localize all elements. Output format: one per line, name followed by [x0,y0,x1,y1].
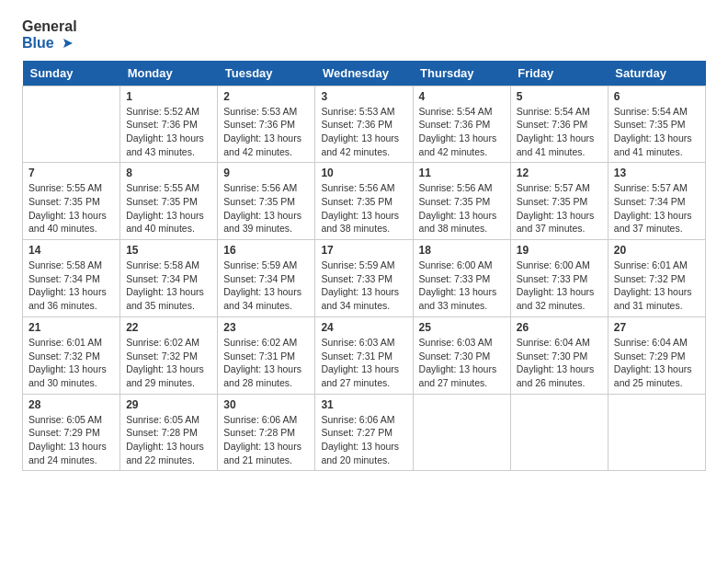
calendar-cell: 11Sunrise: 5:56 AM Sunset: 7:35 PM Dayli… [413,163,510,240]
logo: General Blue [22,18,77,52]
day-info: Sunrise: 5:57 AM Sunset: 7:35 PM Dayligh… [517,181,602,236]
calendar-cell: 4Sunrise: 5:54 AM Sunset: 7:36 PM Daylig… [413,86,510,163]
day-number: 15 [126,244,211,257]
day-info: Sunrise: 6:04 AM Sunset: 7:30 PM Dayligh… [517,336,602,390]
day-info: Sunrise: 5:59 AM Sunset: 7:34 PM Dayligh… [223,259,309,313]
calendar-cell: 6Sunrise: 5:54 AM Sunset: 7:35 PM Daylig… [608,86,705,163]
logo-blue: Blue [22,35,77,52]
day-number: 3 [321,90,406,103]
calendar-cell: 1Sunrise: 5:52 AM Sunset: 7:36 PM Daylig… [120,86,218,163]
day-number: 30 [223,398,309,411]
day-number: 28 [28,398,114,411]
day-info: Sunrise: 5:54 AM Sunset: 7:36 PM Dayligh… [419,105,505,159]
column-header-wednesday: Wednesday [315,61,413,86]
calendar-cell: 16Sunrise: 5:59 AM Sunset: 7:34 PM Dayli… [218,240,315,317]
calendar-cell: 18Sunrise: 6:00 AM Sunset: 7:33 PM Dayli… [413,240,510,317]
calendar-week-row: 14Sunrise: 5:58 AM Sunset: 7:34 PM Dayli… [23,240,706,317]
column-header-thursday: Thursday [413,61,510,86]
calendar-cell: 19Sunrise: 6:00 AM Sunset: 7:33 PM Dayli… [510,240,608,317]
calendar-cell: 27Sunrise: 6:04 AM Sunset: 7:29 PM Dayli… [608,316,705,394]
calendar-cell: 23Sunrise: 6:02 AM Sunset: 7:31 PM Dayli… [218,316,315,394]
calendar-cell: 29Sunrise: 6:05 AM Sunset: 7:28 PM Dayli… [120,394,218,471]
day-number: 29 [126,398,211,411]
calendar-cell: 17Sunrise: 5:59 AM Sunset: 7:33 PM Dayli… [315,240,413,317]
day-number: 20 [614,244,700,257]
day-info: Sunrise: 6:02 AM Sunset: 7:32 PM Dayligh… [126,336,211,390]
day-info: Sunrise: 5:56 AM Sunset: 7:35 PM Dayligh… [321,181,406,236]
calendar-week-row: 7Sunrise: 5:55 AM Sunset: 7:35 PM Daylig… [23,163,706,240]
day-number: 4 [419,90,505,103]
day-number: 2 [223,90,309,103]
day-info: Sunrise: 5:59 AM Sunset: 7:33 PM Dayligh… [321,259,406,313]
calendar-table: SundayMondayTuesdayWednesdayThursdayFrid… [22,61,706,472]
day-number: 11 [419,167,505,179]
day-info: Sunrise: 6:05 AM Sunset: 7:29 PM Dayligh… [28,413,114,467]
calendar-cell [608,394,705,471]
day-number: 16 [223,244,309,257]
page-header: General Blue [22,18,706,52]
calendar-cell: 20Sunrise: 6:01 AM Sunset: 7:32 PM Dayli… [608,240,705,317]
day-number: 26 [517,321,602,334]
day-info: Sunrise: 5:54 AM Sunset: 7:36 PM Dayligh… [517,105,602,159]
day-number: 9 [223,167,309,179]
calendar-week-row: 21Sunrise: 6:01 AM Sunset: 7:32 PM Dayli… [23,316,706,394]
day-info: Sunrise: 5:53 AM Sunset: 7:36 PM Dayligh… [223,105,309,159]
calendar-cell [23,86,120,163]
day-number: 8 [126,167,211,179]
column-header-friday: Friday [510,61,608,86]
day-info: Sunrise: 6:02 AM Sunset: 7:31 PM Dayligh… [223,336,309,390]
calendar-cell: 30Sunrise: 6:06 AM Sunset: 7:28 PM Dayli… [218,394,315,471]
column-header-tuesday: Tuesday [218,61,315,86]
day-number: 7 [28,167,114,179]
calendar-cell: 22Sunrise: 6:02 AM Sunset: 7:32 PM Dayli… [120,316,218,394]
calendar-cell [510,394,608,471]
column-header-monday: Monday [120,61,218,86]
day-number: 24 [321,321,406,334]
calendar-cell: 5Sunrise: 5:54 AM Sunset: 7:36 PM Daylig… [510,86,608,163]
calendar-cell: 7Sunrise: 5:55 AM Sunset: 7:35 PM Daylig… [23,163,120,240]
day-info: Sunrise: 6:01 AM Sunset: 7:32 PM Dayligh… [28,336,114,390]
svg-marker-0 [63,39,73,48]
logo-general: General [22,18,77,35]
day-info: Sunrise: 5:53 AM Sunset: 7:36 PM Dayligh… [321,105,406,159]
day-number: 22 [126,321,211,334]
day-info: Sunrise: 5:58 AM Sunset: 7:34 PM Dayligh… [28,259,114,313]
calendar-cell: 28Sunrise: 6:05 AM Sunset: 7:29 PM Dayli… [23,394,120,471]
calendar-week-row: 28Sunrise: 6:05 AM Sunset: 7:29 PM Dayli… [23,394,706,471]
calendar-cell: 3Sunrise: 5:53 AM Sunset: 7:36 PM Daylig… [315,86,413,163]
calendar-cell: 14Sunrise: 5:58 AM Sunset: 7:34 PM Dayli… [23,240,120,317]
day-info: Sunrise: 5:56 AM Sunset: 7:35 PM Dayligh… [419,181,505,236]
day-number: 13 [614,167,700,179]
calendar-cell: 10Sunrise: 5:56 AM Sunset: 7:35 PM Dayli… [315,163,413,240]
day-info: Sunrise: 6:00 AM Sunset: 7:33 PM Dayligh… [419,259,505,313]
day-number: 19 [517,244,602,257]
day-number: 25 [419,321,505,334]
day-number: 18 [419,244,505,257]
day-info: Sunrise: 5:57 AM Sunset: 7:34 PM Dayligh… [614,181,700,236]
day-number: 17 [321,244,406,257]
calendar-cell: 31Sunrise: 6:06 AM Sunset: 7:27 PM Dayli… [315,394,413,471]
calendar-cell: 25Sunrise: 6:03 AM Sunset: 7:30 PM Dayli… [413,316,510,394]
column-header-sunday: Sunday [23,61,120,86]
day-info: Sunrise: 6:01 AM Sunset: 7:32 PM Dayligh… [614,259,700,313]
calendar-cell: 24Sunrise: 6:03 AM Sunset: 7:31 PM Dayli… [315,316,413,394]
day-number: 1 [126,90,211,103]
day-number: 5 [517,90,602,103]
day-info: Sunrise: 6:05 AM Sunset: 7:28 PM Dayligh… [126,413,211,467]
calendar-cell: 26Sunrise: 6:04 AM Sunset: 7:30 PM Dayli… [510,316,608,394]
day-info: Sunrise: 5:56 AM Sunset: 7:35 PM Dayligh… [223,181,309,236]
day-number: 31 [321,398,406,411]
day-info: Sunrise: 5:55 AM Sunset: 7:35 PM Dayligh… [126,181,211,236]
day-number: 10 [321,167,406,179]
calendar-week-row: 1Sunrise: 5:52 AM Sunset: 7:36 PM Daylig… [23,86,706,163]
day-number: 6 [614,90,700,103]
day-info: Sunrise: 6:00 AM Sunset: 7:33 PM Dayligh… [517,259,602,313]
calendar-cell: 12Sunrise: 5:57 AM Sunset: 7:35 PM Dayli… [510,163,608,240]
day-number: 27 [614,321,700,334]
calendar-cell: 21Sunrise: 6:01 AM Sunset: 7:32 PM Dayli… [23,316,120,394]
day-info: Sunrise: 5:54 AM Sunset: 7:35 PM Dayligh… [614,105,700,159]
calendar-header-row: SundayMondayTuesdayWednesdayThursdayFrid… [23,61,706,86]
day-info: Sunrise: 5:55 AM Sunset: 7:35 PM Dayligh… [28,181,114,236]
calendar-cell: 8Sunrise: 5:55 AM Sunset: 7:35 PM Daylig… [120,163,218,240]
day-info: Sunrise: 6:06 AM Sunset: 7:28 PM Dayligh… [223,413,309,467]
